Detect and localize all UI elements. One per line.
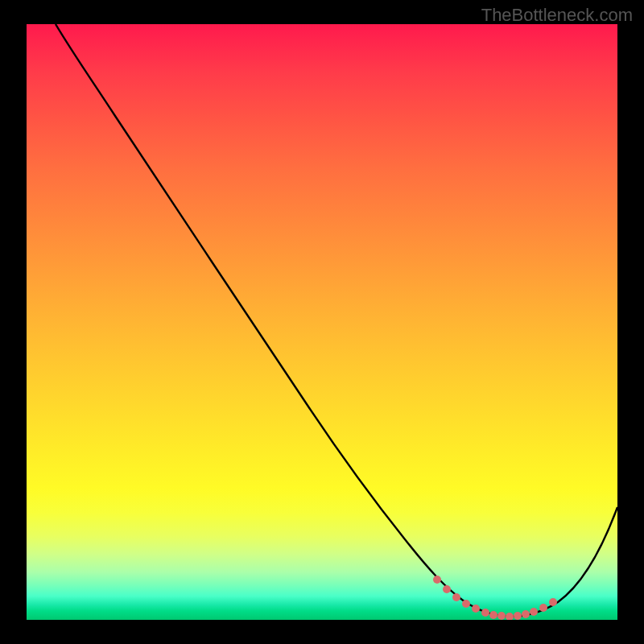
svg-point-9 xyxy=(514,612,522,620)
svg-point-3 xyxy=(462,600,470,608)
svg-point-12 xyxy=(539,604,547,612)
svg-point-0 xyxy=(433,576,441,584)
chart-plot-area xyxy=(27,24,617,620)
svg-point-2 xyxy=(452,593,460,601)
svg-point-1 xyxy=(443,585,451,593)
highlight-dots xyxy=(433,576,557,620)
svg-point-5 xyxy=(481,609,489,617)
svg-point-10 xyxy=(522,610,530,618)
svg-point-8 xyxy=(506,613,514,620)
svg-point-7 xyxy=(497,612,506,620)
svg-point-11 xyxy=(530,608,538,616)
chart-svg xyxy=(27,24,617,620)
svg-point-6 xyxy=(489,611,497,619)
svg-point-4 xyxy=(472,605,480,613)
main-curve-line xyxy=(56,24,617,617)
svg-point-13 xyxy=(549,598,557,606)
watermark-text: TheBottleneck.com xyxy=(481,5,633,26)
